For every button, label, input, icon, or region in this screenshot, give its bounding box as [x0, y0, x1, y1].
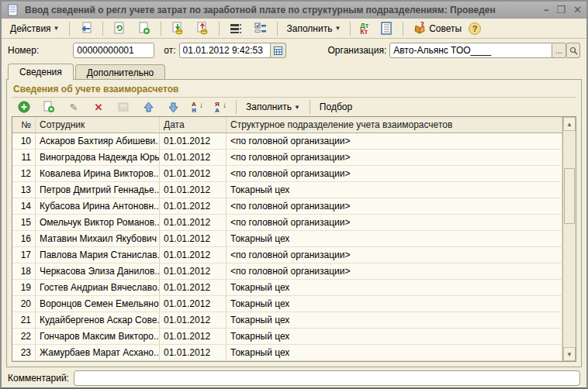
sort-ascending-button[interactable]: А Я ↓ — [187, 98, 207, 115]
table-row[interactable]: 10Аскаров Бахтияр Абишеви...01.01.2012<п… — [12, 133, 562, 150]
sort-descending-button[interactable]: Я А ↓ — [210, 98, 230, 115]
vertical-scrollbar[interactable]: ▲ ▼ — [562, 117, 576, 361]
cell-num: 20 — [12, 296, 36, 312]
cell-num: 18 — [12, 263, 36, 279]
organization-input[interactable] — [389, 43, 552, 58]
copy-document-button[interactable] — [133, 19, 155, 38]
table-row[interactable]: 21Кудайбергенов Аскар Сове...01.01.2012Т… — [12, 312, 562, 329]
checkbox-list-icon — [254, 22, 268, 36]
pick-button[interactable]: Подбор — [316, 99, 356, 115]
column-header-date[interactable]: Дата — [160, 117, 227, 133]
document-window: Ввод сведений о регл учете затрат по зар… — [0, 0, 588, 389]
table-row[interactable]: 19Гостев Андриан Вячеславо...01.01.2012Т… — [12, 280, 562, 296]
employees-table: № Сотрудник Дата Структурное подразделен… — [12, 116, 576, 362]
move-down-button[interactable] — [162, 98, 184, 116]
column-header-employee[interactable]: Сотрудник — [36, 117, 160, 133]
cell-num: 10 — [12, 133, 36, 149]
cell-employee: Аскаров Бахтияр Абишеви... — [36, 133, 160, 149]
fill-menu-button[interactable]: Заполнить ▼ — [283, 21, 345, 36]
cell-division: <по головной организации> — [227, 198, 562, 214]
sort-descending-icon: Я А ↓ — [214, 101, 227, 113]
help-icon[interactable]: ? — [469, 22, 481, 35]
organization-label: Организация: — [328, 45, 387, 56]
cell-num: 12 — [12, 166, 36, 181]
cell-division: Токарный цех — [227, 231, 562, 246]
table-row[interactable]: 18Черкасова Элиза Данилов...01.01.2012<п… — [12, 263, 562, 280]
organization-field-group: ... — [389, 43, 580, 58]
date-label: от: — [164, 45, 175, 56]
date-input[interactable] — [179, 43, 271, 58]
unpost-document-button[interactable] — [192, 19, 213, 38]
document-journal-button[interactable] — [375, 19, 397, 38]
table-row[interactable]: 20Воронцов Семен Емельяно...01.01.2012То… — [12, 296, 562, 312]
table-row[interactable]: 16Матавин Михаил Якубович ...01.01.2012Т… — [12, 231, 562, 247]
edit-row-button[interactable]: ✎ — [63, 98, 85, 116]
cell-date: 01.01.2012 — [160, 215, 227, 230]
column-header-division[interactable]: Структурное подразделение учета взаимора… — [227, 117, 562, 133]
minimize-icon[interactable]: – — [544, 5, 549, 15]
post-document-button[interactable] — [167, 19, 189, 38]
add-icon — [17, 100, 31, 114]
cell-date: 01.01.2012 — [160, 247, 227, 263]
number-label: Номер: — [8, 45, 39, 56]
cell-division: Токарный цех — [227, 329, 562, 344]
scrollbar-track[interactable] — [563, 131, 576, 347]
row-structure-button[interactable] — [225, 19, 247, 38]
table-row[interactable]: 12Ковалева Ирина Викторов...01.01.2012<п… — [12, 166, 562, 182]
scroll-up-icon[interactable]: ▲ — [563, 117, 576, 131]
number-input[interactable] — [73, 43, 154, 58]
copy-row-button[interactable] — [38, 98, 60, 116]
refresh-document-button[interactable] — [109, 19, 130, 38]
ellipsis-button[interactable]: ... — [552, 43, 566, 58]
cell-division: <по головной организации> — [227, 215, 562, 230]
magnifier-icon[interactable] — [566, 43, 580, 58]
comment-input[interactable] — [74, 370, 580, 386]
table-row[interactable]: 14Кубасова Ирина Антоновн...01.01.2012<п… — [12, 198, 562, 215]
tab-strip: Сведения Дополнительно — [2, 62, 586, 79]
cell-num: 16 — [12, 231, 36, 246]
show-postings-button[interactable]: ДтКт — [356, 20, 372, 37]
maximize-icon[interactable]: ❒ — [556, 5, 566, 15]
document-icon — [6, 3, 20, 17]
scroll-down-icon[interactable]: ▼ — [563, 347, 576, 361]
tab-svedeniya[interactable]: Сведения — [8, 64, 74, 80]
add-row-button[interactable] — [13, 98, 35, 116]
tab-dopolnitelno[interactable]: Дополнительно — [75, 64, 165, 80]
close-icon[interactable]: ✕ — [573, 5, 582, 15]
table-row[interactable]: 13Петров Дмитрий Геннадье...01.01.2012То… — [12, 182, 562, 198]
cell-num: 17 — [12, 247, 36, 263]
column-header-num[interactable]: № — [12, 117, 36, 133]
advice-button[interactable]: ? Советы — [409, 19, 465, 38]
table-row[interactable]: 22Гончаров Максим Викторо...01.01.2012То… — [12, 329, 562, 345]
cell-date: 01.01.2012 — [160, 263, 227, 279]
cell-employee: Матавин Михаил Якубович ... — [36, 231, 160, 246]
cell-date: 01.01.2012 — [160, 150, 227, 165]
go-to-list-button[interactable] — [75, 19, 97, 38]
calendar-icon[interactable] — [271, 43, 286, 58]
table-toolbar: ✎ ✕ А Я ↓ Я А ↓ — [12, 98, 576, 116]
fill-table-button[interactable]: Заполнить ▼ — [242, 99, 304, 115]
cell-division: <по головной организации> — [227, 247, 562, 263]
cell-num: 22 — [12, 329, 36, 344]
move-up-button[interactable] — [137, 98, 159, 116]
cell-employee: Петров Дмитрий Геннадье... — [36, 182, 160, 198]
scrollbar-thumb[interactable] — [564, 168, 575, 224]
list-settings-button[interactable] — [250, 19, 272, 38]
finish-edit-button[interactable] — [112, 98, 134, 116]
table-row[interactable]: 15Омельчук Виктор Романов...01.01.2012<п… — [12, 215, 562, 231]
table-row[interactable]: 23Жамурбаев Марат Асхано...01.01.2012Ток… — [12, 345, 562, 361]
actions-menu-button[interactable]: Действия ▼ — [6, 21, 64, 36]
pick-label: Подбор — [320, 102, 352, 112]
cell-num: 19 — [12, 280, 36, 295]
chevron-down-icon: ▼ — [54, 25, 60, 32]
refresh-icon — [112, 22, 126, 36]
toolbar-separator — [350, 22, 351, 36]
table-row[interactable]: 17Павлова Мария Станислав...01.01.2012<п… — [12, 247, 562, 263]
delete-row-button[interactable]: ✕ — [88, 98, 109, 116]
toolbar-separator — [310, 100, 310, 114]
main-toolbar: Действия ▼ Заполнить ▼ — [2, 19, 586, 39]
table-row[interactable]: 11Виноградова Надежда Юрь...01.01.2012<п… — [12, 150, 562, 166]
toolbar-separator — [161, 22, 161, 36]
window-title: Ввод сведений о регл учете затрат по зар… — [25, 5, 539, 15]
copy-plus-icon — [137, 22, 151, 36]
